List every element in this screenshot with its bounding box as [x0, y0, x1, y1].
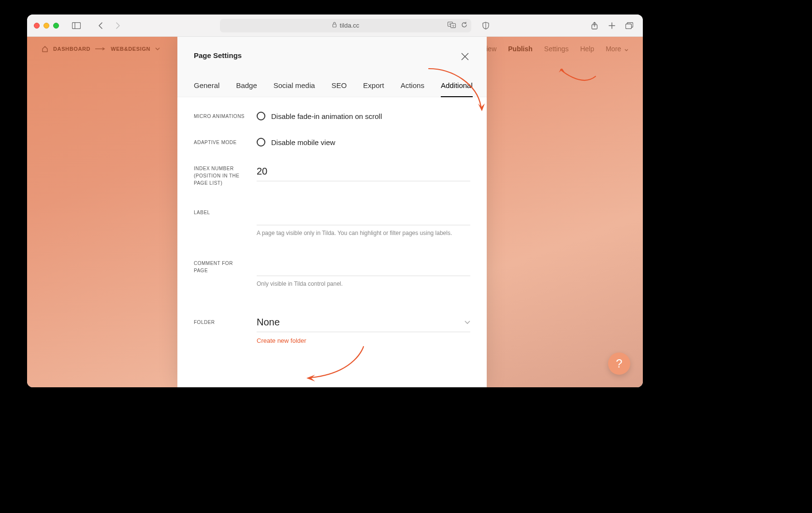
svg-rect-2 — [333, 24, 336, 27]
sidebar-toggle-icon[interactable] — [70, 20, 83, 31]
modal-tabs: General Badge Social media SEO Export Ac… — [177, 69, 487, 97]
radio-icon — [257, 138, 265, 147]
close-icon — [461, 52, 469, 61]
folder-label: FOLDER — [194, 315, 247, 326]
modal-body: MICRO ANIMATIONS Disable fade-in animati… — [177, 97, 487, 387]
share-icon[interactable] — [588, 20, 601, 31]
browser-titlebar: tilda.cc A文 — [27, 15, 643, 37]
browser-window: tilda.cc A文 — [27, 15, 643, 387]
address-bar[interactable]: tilda.cc A文 — [220, 19, 471, 32]
annotation-arrow-settings — [557, 69, 600, 93]
svg-rect-12 — [626, 24, 632, 29]
svg-rect-0 — [72, 22, 81, 29]
topnav-help[interactable]: Help — [580, 45, 594, 53]
comment-label: COMMENT FOR PAGE — [194, 259, 247, 274]
chevron-down-icon — [464, 318, 470, 326]
label-input[interactable] — [257, 208, 470, 225]
breadcrumb-project[interactable]: WEB&DESIGN — [111, 46, 150, 52]
nav-back-icon[interactable] — [94, 20, 107, 31]
page-background: DASHBOARD WEB&DESIGN view Publish Settin… — [27, 37, 643, 387]
index-number-label: INDEX NUMBER (POSITION IN THE PAGE LIST) — [194, 164, 247, 187]
chevron-down-icon — [624, 49, 628, 51]
topnav-more-label: More — [606, 45, 621, 53]
comment-helper: Only visible in Tilda control panel. — [257, 280, 470, 288]
home-icon — [42, 46, 48, 52]
label-helper: A page tag visible only in Tilda. You ca… — [257, 229, 470, 237]
radio-icon — [257, 112, 265, 120]
topnav-publish[interactable]: Publish — [508, 45, 533, 53]
help-fab-label: ? — [616, 357, 622, 370]
translate-icon[interactable]: A文 — [448, 22, 456, 29]
new-tab-icon[interactable] — [605, 20, 619, 31]
tab-seo[interactable]: SEO — [332, 81, 347, 97]
address-bar-host: tilda.cc — [340, 22, 359, 29]
tab-social[interactable]: Social media — [274, 81, 315, 97]
help-fab-button[interactable]: ? — [608, 352, 630, 375]
page-settings-modal: Page Settings General Badge Social media… — [177, 37, 487, 387]
modal-title: Page Settings — [194, 51, 242, 59]
label-label: LABEL — [194, 208, 247, 216]
nav-forward-icon[interactable] — [111, 20, 125, 31]
window-close-button[interactable] — [34, 23, 40, 29]
index-number-input[interactable] — [257, 164, 470, 181]
adaptive-mode-label: ADAPTIVE MODE — [194, 138, 247, 146]
breadcrumb-dashboard[interactable]: DASHBOARD — [53, 46, 90, 52]
lock-icon — [332, 22, 337, 29]
chevron-down-icon[interactable] — [155, 47, 160, 50]
tab-actions[interactable]: Actions — [401, 81, 424, 97]
window-minimize-button[interactable] — [44, 23, 49, 29]
tabs-overview-icon[interactable] — [623, 20, 636, 31]
disable-mobile-option[interactable]: Disable mobile view — [257, 138, 470, 147]
tab-export[interactable]: Export — [363, 81, 384, 97]
topnav-more[interactable]: More — [606, 45, 628, 53]
create-new-folder-link[interactable]: Create new folder — [257, 337, 306, 344]
tab-additional[interactable]: Additional — [441, 81, 473, 97]
reload-icon[interactable] — [461, 22, 467, 29]
disable-mobile-text: Disable mobile view — [271, 138, 335, 147]
tab-badge[interactable]: Badge — [236, 81, 257, 97]
comment-input[interactable] — [257, 259, 470, 276]
disable-fadein-option[interactable]: Disable fade-in animation on scroll — [257, 112, 470, 120]
disable-fadein-text: Disable fade-in animation on scroll — [271, 112, 382, 120]
breadcrumb-arrow-icon — [95, 47, 106, 50]
modal-close-button[interactable] — [460, 51, 470, 64]
svg-marker-14 — [559, 69, 565, 73]
privacy-report-icon[interactable] — [479, 20, 493, 31]
folder-value: None — [257, 317, 280, 328]
folder-select[interactable]: None — [257, 315, 470, 332]
window-controls — [34, 23, 59, 29]
topnav-settings[interactable]: Settings — [544, 45, 569, 53]
svg-text:文: 文 — [452, 24, 455, 27]
microanimations-label: MICRO ANIMATIONS — [194, 112, 247, 120]
svg-text:A: A — [449, 23, 451, 26]
window-zoom-button[interactable] — [53, 23, 59, 29]
tab-general[interactable]: General — [194, 81, 219, 97]
